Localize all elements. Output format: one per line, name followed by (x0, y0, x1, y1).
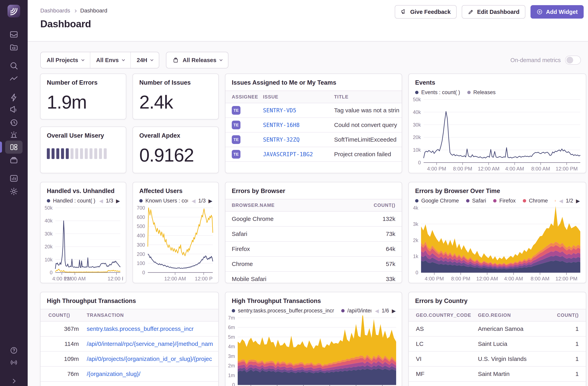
project-filter[interactable]: All Projects (41, 52, 90, 68)
legend-next-icon[interactable]: ▶ (576, 198, 580, 204)
column-header[interactable]: GEO.COUNTRY_CODE (409, 313, 478, 318)
sidebar-item-settings-icon[interactable] (9, 187, 19, 196)
svg-text:40k: 40k (413, 109, 421, 115)
legend-item[interactable]: Mobile S (555, 198, 556, 204)
legend-item[interactable]: Safari (466, 198, 486, 204)
column-header[interactable]: ASSIGNEE (225, 94, 263, 100)
column-header[interactable]: COUNT() (41, 313, 84, 318)
sidebar-item-dashboards-icon[interactable] (9, 142, 19, 152)
widget-title: High Throughput Transactions (225, 292, 402, 305)
svg-text:0: 0 (232, 382, 235, 386)
misery-bar (85, 148, 88, 159)
handled-line-chart[interactable]: 010k20k30k40k50k4:00 PM12:00 AM12:00 P (42, 205, 123, 282)
column-header[interactable]: ISSUE (263, 94, 334, 100)
column-header[interactable]: BROWSER.NAME (225, 203, 366, 208)
legend-item[interactable]: Google Chrome (415, 198, 459, 204)
events-line-chart[interactable]: 010k20k30k40k50k4:00 PM8:00 PM12:00 AM4:… (411, 97, 583, 172)
breadcrumb-dashboards[interactable]: Dashboards (40, 7, 70, 14)
assignee-avatar[interactable]: TE (232, 121, 240, 129)
legend-prev-icon[interactable]: ◀ (375, 308, 379, 314)
sidebar-broadcast-icon[interactable] (10, 358, 18, 367)
give-feedback-button[interactable]: Give Feedback (395, 5, 457, 19)
dashboard-grid: Number of Errors 1.9m Number of Issues 2… (28, 73, 588, 386)
legend-item[interactable]: /api/0/internal/r (341, 308, 371, 314)
transaction-link[interactable]: /api/0/internal/rpc/{service_name}/{meth… (84, 341, 218, 347)
legend-item[interactable]: Releases (467, 89, 496, 95)
sidebar-item-search-icon[interactable] (9, 61, 19, 70)
issue-link[interactable]: SENTRY-16H8 (263, 122, 334, 128)
legend-item[interactable]: Chrome (523, 198, 548, 204)
assignee-avatar[interactable]: TE (232, 135, 240, 144)
misery-bar (80, 148, 83, 159)
column-header[interactable]: COUNT() (556, 313, 586, 318)
sentry-logo-icon[interactable] (7, 5, 20, 17)
misery-bar (94, 148, 97, 159)
throughput-stacked-area-chart[interactable]: 01m2m3m4m5m6m7m4:00 PM8:00 PM12:00 AM4:0… (227, 316, 399, 386)
table-row: Mobile Safari33k (225, 272, 402, 283)
sidebar-item-lightning-icon[interactable] (9, 93, 19, 102)
sidebar-item-projects-icon[interactable] (9, 43, 19, 52)
count-value: 76m (41, 371, 84, 377)
table-header: BROWSER.NAMECOUNT() (225, 199, 402, 212)
column-header[interactable]: COUNT() (366, 203, 402, 208)
assignee-avatar[interactable]: TE (232, 150, 240, 159)
legend-dot-icon (467, 91, 471, 94)
sidebar-item-performance-icon[interactable] (9, 74, 19, 83)
legend-prev-icon[interactable]: ◀ (559, 198, 563, 204)
column-header[interactable]: TITLE (334, 94, 402, 100)
svg-text:0: 0 (416, 270, 418, 275)
legend-prev-icon[interactable]: ◀ (99, 198, 103, 204)
sidebar-item-stats-icon[interactable] (9, 174, 19, 183)
plus-circle-icon (536, 9, 543, 15)
column-header[interactable]: TRANSACTION (84, 313, 218, 318)
legend-next-icon[interactable]: ▶ (116, 198, 120, 204)
svg-text:8:00 PM: 8:00 PM (451, 276, 470, 282)
browser-stacked-area-chart[interactable]: 01k2k3k4k4:00 PM8:00 PM12:00 AM4:00 AM8:… (411, 205, 583, 282)
sidebar-item-replay-icon[interactable] (9, 118, 19, 127)
legend-prev-icon[interactable]: ◀ (191, 198, 195, 204)
widget-high-throughput-chart: High Throughput Transactions sentry.task… (225, 292, 402, 386)
ondemand-metrics-toggle[interactable] (565, 56, 581, 65)
legend-item[interactable]: Events : count( ) (415, 89, 460, 95)
environment-filter[interactable]: All Envs (90, 52, 130, 68)
assignee-avatar[interactable]: TE (232, 106, 240, 115)
legend-item[interactable]: Known Users : cour (139, 198, 188, 204)
sidebar-item-releases-icon[interactable] (9, 156, 19, 165)
date-range-filter[interactable]: 24H (130, 52, 159, 68)
browser-name: Chrome (225, 261, 366, 267)
misery-bar (47, 148, 50, 159)
transaction-link[interactable]: /{organization_slug}/ (84, 371, 218, 377)
releases-filter[interactable]: All Releases (166, 52, 228, 68)
svg-text:5m: 5m (228, 334, 235, 340)
sidebar-collapse-icon[interactable] (10, 377, 18, 385)
release-box-icon (172, 57, 179, 64)
sidebar-help-icon[interactable] (10, 346, 18, 355)
table-row: Chrome57k (225, 257, 402, 272)
svg-text:12:00 AM: 12:00 AM (64, 276, 86, 282)
pencil-icon (468, 9, 474, 15)
add-widget-button[interactable]: Add Widget (530, 5, 584, 19)
legend-page-indicator: 1/2 (566, 198, 573, 204)
chevron-down-icon (122, 58, 125, 61)
svg-text:3k: 3k (413, 221, 419, 227)
legend-next-icon[interactable]: ▶ (209, 198, 212, 204)
sidebar-item-alerts-icon[interactable] (9, 130, 19, 140)
issue-link[interactable]: SENTRY-32ZQ (263, 136, 334, 143)
affected-users-line-chart[interactable]: 010020030040050060070012:00 AM12:00 P (135, 205, 216, 282)
column-header[interactable]: GEO.REGION (478, 313, 556, 318)
filter-bar: All Projects All Envs 24H All Releases O… (28, 42, 588, 73)
issue-link[interactable]: SENTRY-VD5 (263, 107, 334, 114)
transaction-link[interactable]: /api/0/projects/{organization_id_or_slug… (84, 356, 218, 362)
issue-title: Tag value was not a strin (334, 107, 402, 114)
legend-next-icon[interactable]: ▶ (392, 308, 396, 314)
legend-item[interactable]: sentry.tasks.process_buffer.process_incr (232, 308, 334, 314)
edit-dashboard-button[interactable]: Edit Dashboard (462, 5, 525, 19)
count-value: 57k (366, 261, 402, 267)
issue-link[interactable]: JAVASCRIPT-1BG2 (263, 151, 334, 158)
sidebar-item-issues-icon[interactable] (9, 30, 19, 39)
legend-item[interactable]: Handled : count( ) (47, 198, 95, 204)
legend-item[interactable]: Firefox (493, 198, 516, 204)
sidebar-item-megaphone-icon[interactable] (9, 105, 19, 115)
browser-name: Mobile Safari (225, 276, 366, 282)
transaction-link[interactable]: sentry.tasks.process_buffer.process_incr (84, 325, 218, 332)
